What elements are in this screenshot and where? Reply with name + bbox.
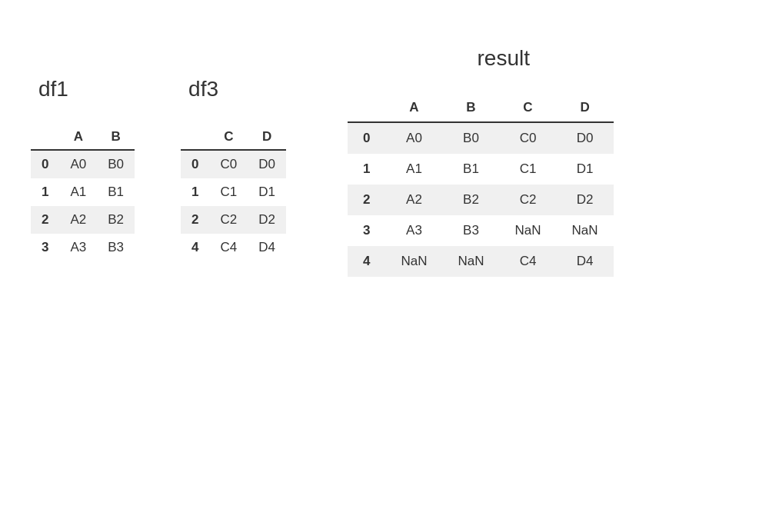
df3-row: 1 C1 D1 — [181, 178, 286, 206]
df3-cell-C: C1 — [210, 178, 248, 206]
result-index: 4 — [348, 246, 385, 277]
df1-block: df1 A B 0 A0 B0 1 A1 B1 2 A2 B2 — [31, 77, 135, 261]
result-cell-D: D2 — [557, 185, 614, 215]
df3-index: 2 — [181, 206, 209, 234]
df1-row: 3 A3 B3 — [31, 234, 135, 261]
result-title: result — [478, 46, 530, 71]
result-cell-A: A0 — [385, 122, 442, 154]
result-col-B: B — [442, 94, 499, 122]
result-cell-C: C2 — [500, 185, 557, 215]
df3-index: 1 — [181, 178, 209, 206]
df3-cell-D: D2 — [248, 206, 286, 234]
df3-cell-D: D0 — [248, 150, 286, 178]
result-cell-D: NaN — [557, 215, 614, 246]
result-index: 3 — [348, 215, 385, 246]
df1-cell-B: B1 — [97, 178, 135, 206]
df1-cell-A: A2 — [59, 206, 97, 234]
df3-row: 4 C4 D4 — [181, 234, 286, 261]
result-section: result A B C D 0 A0 B0 C0 D0 1 A1 B1 C1 — [348, 46, 614, 277]
df1-row: 2 A2 B2 — [31, 206, 135, 234]
result-cell-B: B3 — [442, 215, 499, 246]
result-cell-A: A1 — [385, 154, 442, 185]
result-table: A B C D 0 A0 B0 C0 D0 1 A1 B1 C1 D1 2 A2… — [348, 94, 614, 277]
df3-table: C D 0 C0 D0 1 C1 D1 2 C2 D2 4 C4 D4 — [181, 125, 286, 261]
df1-row: 1 A1 B1 — [31, 178, 135, 206]
df1-cell-A: A1 — [59, 178, 97, 206]
df3-title: df3 — [181, 77, 218, 101]
result-cell-D: D1 — [557, 154, 614, 185]
df3-cell-C: C2 — [210, 206, 248, 234]
result-cell-C: C4 — [500, 246, 557, 277]
df3-col-C: C — [210, 125, 248, 150]
result-cell-A: A3 — [385, 215, 442, 246]
result-index: 2 — [348, 185, 385, 215]
result-cell-C: C1 — [500, 154, 557, 185]
df3-index: 4 — [181, 234, 209, 261]
result-index: 0 — [348, 122, 385, 154]
df1-index: 3 — [31, 234, 59, 261]
result-row: 2 A2 B2 C2 D2 — [348, 185, 614, 215]
df1-cell-B: B0 — [97, 150, 135, 178]
result-cell-C: NaN — [500, 215, 557, 246]
df1-cell-A: A0 — [59, 150, 97, 178]
df1-table: A B 0 A0 B0 1 A1 B1 2 A2 B2 3 A3 B3 — [31, 125, 135, 261]
result-row: 4 NaN NaN C4 D4 — [348, 246, 614, 277]
df1-col-B: B — [97, 125, 135, 150]
df3-cell-D: D1 — [248, 178, 286, 206]
result-cell-B: B0 — [442, 122, 499, 154]
df1-title: df1 — [31, 77, 68, 101]
df3-cell-C: C4 — [210, 234, 248, 261]
df1-index: 1 — [31, 178, 59, 206]
result-row: 3 A3 B3 NaN NaN — [348, 215, 614, 246]
page-container: df1 A B 0 A0 B0 1 A1 B1 2 A2 B2 — [0, 0, 769, 532]
result-cell-A: A2 — [385, 185, 442, 215]
df3-row: 2 C2 D2 — [181, 206, 286, 234]
left-section: df1 A B 0 A0 B0 1 A1 B1 2 A2 B2 — [31, 77, 286, 261]
df1-cell-B: B2 — [97, 206, 135, 234]
result-cell-C: C0 — [500, 122, 557, 154]
df3-col-D: D — [248, 125, 286, 150]
result-row: 1 A1 B1 C1 D1 — [348, 154, 614, 185]
df1-col-A: A — [59, 125, 97, 150]
df1-index: 0 — [31, 150, 59, 178]
result-cell-A: NaN — [385, 246, 442, 277]
result-col-D: D — [557, 94, 614, 122]
result-col-C: C — [500, 94, 557, 122]
df3-block: df3 C D 0 C0 D0 1 C1 D1 2 C2 D2 — [181, 77, 286, 261]
df3-cell-D: D4 — [248, 234, 286, 261]
result-col-A: A — [385, 94, 442, 122]
result-cell-B: NaN — [442, 246, 499, 277]
df1-cell-A: A3 — [59, 234, 97, 261]
result-row: 0 A0 B0 C0 D0 — [348, 122, 614, 154]
result-index: 1 — [348, 154, 385, 185]
result-index-header — [348, 94, 385, 122]
df3-index: 0 — [181, 150, 209, 178]
result-cell-D: D0 — [557, 122, 614, 154]
result-cell-B: B1 — [442, 154, 499, 185]
df1-row: 0 A0 B0 — [31, 150, 135, 178]
df3-index-header — [181, 125, 209, 150]
df3-row: 0 C0 D0 — [181, 150, 286, 178]
df1-cell-B: B3 — [97, 234, 135, 261]
result-cell-D: D4 — [557, 246, 614, 277]
df1-index-header — [31, 125, 59, 150]
df3-cell-C: C0 — [210, 150, 248, 178]
df1-index: 2 — [31, 206, 59, 234]
result-cell-B: B2 — [442, 185, 499, 215]
